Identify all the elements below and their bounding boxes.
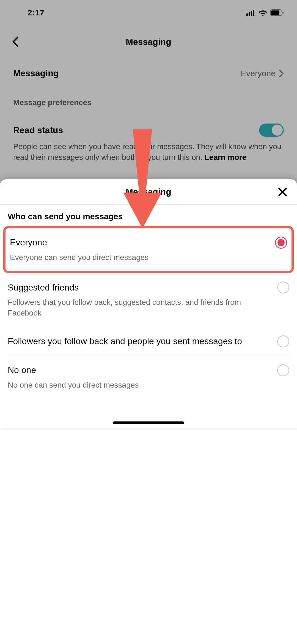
- options-list: EveryoneEveryone can send you direct mes…: [8, 226, 289, 399]
- status-time: 2:17: [28, 8, 45, 17]
- chevron-right-icon: [279, 69, 284, 78]
- messaging-option[interactable]: Followers you follow back and people you…: [8, 327, 289, 356]
- option-description: Followers that you follow back, suggeste…: [8, 297, 289, 318]
- svg-rect-5: [271, 10, 279, 15]
- nav-header: Messaging: [0, 25, 297, 58]
- option-description: No one can send you direct messages: [8, 380, 289, 390]
- status-icons: [246, 9, 284, 16]
- learn-more-link[interactable]: Learn more: [205, 153, 247, 161]
- battery-icon: [270, 9, 284, 16]
- messaging-sheet: Messaging Who can send you messages Ever…: [0, 179, 297, 428]
- messaging-option[interactable]: No oneNo one can send you direct message…: [8, 356, 289, 399]
- preferences-heading: Message preferences: [7, 98, 290, 114]
- option-title: Followers you follow back and people you…: [8, 335, 249, 347]
- settings-section: Messaging Everyone Message preferences R…: [0, 58, 297, 172]
- messaging-option[interactable]: Suggested friendsFollowers that you foll…: [8, 273, 289, 327]
- option-title: Everyone: [10, 237, 54, 248]
- sheet-header: Messaging: [0, 179, 297, 205]
- cellular-signal-icon: [246, 10, 256, 16]
- page-title: Messaging: [126, 37, 171, 47]
- sheet-subheading: Who can send you messages: [8, 212, 289, 221]
- status-bar: 2:17: [0, 0, 297, 25]
- messaging-setting-label: Messaging: [13, 68, 59, 78]
- messaging-option[interactable]: EveryoneEveryone can send you direct mes…: [3, 226, 294, 273]
- radio-unselected-icon[interactable]: [277, 281, 289, 294]
- radio-selected-icon[interactable]: [275, 237, 287, 249]
- option-description: Everyone can send you direct messages: [10, 252, 287, 263]
- messaging-setting-value: Everyone: [241, 69, 276, 78]
- close-button[interactable]: [275, 184, 290, 200]
- read-status-description: People can see when you have read their …: [13, 141, 284, 163]
- chevron-left-icon: [12, 36, 19, 47]
- svg-rect-1: [249, 12, 250, 16]
- read-status-label: Read status: [13, 125, 63, 135]
- radio-unselected-icon[interactable]: [277, 364, 289, 376]
- read-status-toggle[interactable]: [259, 124, 284, 137]
- wifi-icon: [258, 10, 267, 16]
- home-indicator: [113, 421, 184, 424]
- sheet-title: Messaging: [126, 187, 171, 197]
- svg-rect-6: [282, 12, 284, 14]
- svg-rect-0: [246, 13, 248, 16]
- svg-rect-3: [253, 10, 254, 16]
- option-title: No one: [8, 364, 43, 376]
- radio-unselected-icon[interactable]: [277, 335, 289, 347]
- phone-screenshot: 2:17 Messaging Messaging Everyone Messag…: [0, 0, 297, 428]
- close-icon: [278, 187, 288, 197]
- read-status-card: Read status People can see when you have…: [7, 114, 290, 172]
- sheet-body: Who can send you messages EveryoneEveryo…: [0, 205, 297, 428]
- messaging-setting-row[interactable]: Messaging Everyone: [7, 58, 290, 88]
- back-button[interactable]: [7, 33, 24, 51]
- option-title: Suggested friends: [8, 282, 85, 294]
- svg-rect-2: [251, 11, 252, 16]
